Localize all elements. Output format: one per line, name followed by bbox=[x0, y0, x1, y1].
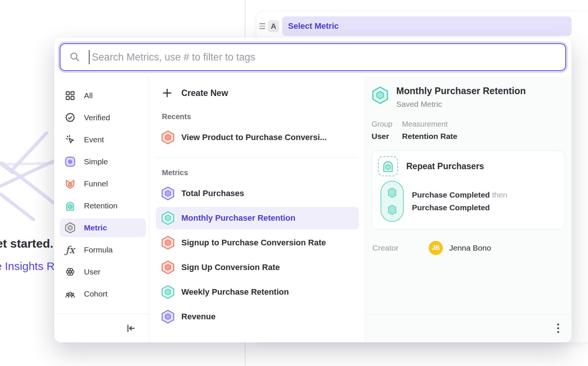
sidebar-item-label: Simple bbox=[84, 157, 108, 166]
metric-item-signup-to-purchase-conversion-rate[interactable]: Signup to Purchase Conversion Rate bbox=[156, 232, 359, 254]
text-caret bbox=[89, 50, 90, 64]
list-divider bbox=[157, 158, 358, 158]
detail-footer bbox=[365, 314, 572, 342]
creator-row: Creator JB Jenna Bono bbox=[372, 241, 565, 255]
select-metric-button[interactable]: Select Metric bbox=[282, 16, 572, 36]
detail-subtitle: Saved Metric bbox=[396, 100, 526, 109]
group-value: User bbox=[372, 132, 392, 141]
metric-item-monthly-purchaser-retention[interactable]: Monthly Purchaser Retention bbox=[156, 207, 359, 229]
simple-metric-hexagon-icon bbox=[161, 310, 175, 324]
funnel-metric-hexagon-icon bbox=[161, 236, 175, 250]
metric-hexagon-icon bbox=[65, 222, 76, 233]
simple-metric-hexagon-icon bbox=[161, 186, 175, 201]
sidebar-item-funnel[interactable]: Funnel bbox=[60, 174, 146, 193]
metric-item-label: Monthly Purchaser Retention bbox=[181, 213, 295, 223]
sidebar-item-verified[interactable]: Verified bbox=[60, 108, 146, 127]
sidebar-item-label: Event bbox=[84, 135, 104, 144]
sidebar-item-label: Metric bbox=[84, 223, 107, 232]
measurement-meta: Measurement Retention Rate bbox=[402, 120, 457, 141]
retention-arch-icon bbox=[65, 200, 76, 211]
sidebar-footer bbox=[54, 314, 149, 342]
more-options-kebab-icon[interactable] bbox=[557, 323, 560, 334]
sidebar-item-cohort[interactable]: Cohort bbox=[60, 285, 146, 303]
metric-item-label: View Product to Purchase Conversi... bbox=[181, 133, 327, 142]
sidebar-item-formula[interactable]: ƒx Formula bbox=[60, 241, 146, 259]
sidebar-item-label: Funnel bbox=[84, 179, 108, 188]
background-cutoff-heading: et started. bbox=[0, 237, 53, 251]
retention-metric-hexagon-icon bbox=[161, 285, 175, 299]
funnel-metric-hexagon-icon bbox=[161, 260, 175, 274]
cursor-click-icon bbox=[65, 134, 76, 145]
funnel-step-2: Purchase Completed bbox=[412, 203, 507, 212]
sidebar-item-label: Cohort bbox=[84, 289, 107, 298]
metric-block-badge: A bbox=[268, 20, 279, 32]
type-filter-sidebar: All Verified bbox=[54, 77, 149, 342]
search-box[interactable] bbox=[60, 43, 566, 71]
sidebar-item-label: User bbox=[84, 267, 100, 276]
sidebar-item-simple[interactable]: Simple bbox=[60, 152, 146, 171]
metric-item-weekly-purchase-retention[interactable]: Weekly Purchase Retention bbox=[156, 281, 359, 303]
detail-title: Monthly Purchaser Retention bbox=[396, 86, 526, 96]
measurement-label: Measurement bbox=[402, 120, 457, 128]
metric-detail-panel: Monthly Purchaser Retention Saved Metric… bbox=[365, 77, 572, 342]
metric-item-view-product-to-purchase[interactable]: View Product to Purchase Conversi... bbox=[156, 126, 359, 149]
metric-item-label: Total Purchases bbox=[181, 189, 244, 198]
repeat-purchasers-title: Repeat Purchasers bbox=[406, 161, 484, 171]
user-flower-icon bbox=[65, 266, 76, 277]
sidebar-item-label: All bbox=[84, 91, 93, 100]
background-insights-link[interactable]: e Insights Re bbox=[0, 260, 61, 273]
funnel-icon bbox=[65, 178, 76, 189]
funnel-steps-capsule bbox=[381, 181, 404, 222]
sidebar-item-user[interactable]: User bbox=[60, 263, 146, 281]
recents-header: Recents bbox=[162, 112, 359, 121]
funnel-metric-hexagon-icon bbox=[161, 130, 175, 145]
cohort-people-icon bbox=[65, 288, 76, 300]
sidebar-item-all[interactable]: All bbox=[60, 86, 146, 105]
create-new-label: Create New bbox=[181, 88, 228, 98]
creator-label: Creator bbox=[372, 244, 429, 252]
metric-item-total-purchases[interactable]: Total Purchases bbox=[156, 182, 359, 205]
step-connector: then bbox=[492, 190, 507, 199]
plus-icon bbox=[162, 88, 172, 98]
metric-picker-modal: All Verified bbox=[54, 37, 572, 342]
sidebar-item-label: Verified bbox=[84, 113, 110, 122]
retention-metric-hexagon-icon bbox=[372, 86, 389, 104]
select-metric-label: Select Metric bbox=[288, 21, 339, 31]
repeat-purchasers-card: Repeat Purchasers bbox=[372, 151, 565, 230]
metric-item-sign-up-conversion-rate[interactable]: Sign Up Conversion Rate bbox=[156, 256, 359, 279]
drag-handle-icon[interactable] bbox=[258, 23, 268, 29]
measurement-value: Retention Rate bbox=[402, 132, 457, 141]
search-input[interactable] bbox=[92, 52, 556, 63]
simple-hexagon-icon bbox=[65, 156, 76, 167]
sidebar-item-event[interactable]: Event bbox=[60, 130, 146, 149]
search-icon bbox=[69, 52, 81, 63]
metric-item-label: Sign Up Conversion Rate bbox=[181, 263, 280, 272]
collapse-sidebar-icon[interactable] bbox=[126, 323, 136, 334]
metrics-header: Metrics bbox=[162, 168, 359, 177]
search-area bbox=[54, 37, 572, 77]
metric-item-label: Weekly Purchase Retention bbox=[181, 287, 289, 297]
metric-item-revenue[interactable]: Revenue bbox=[156, 305, 359, 328]
sidebar-item-metric[interactable]: Metric bbox=[60, 218, 146, 237]
sidebar-item-label: Formula bbox=[84, 245, 113, 254]
retention-metric-hexagon-icon bbox=[161, 211, 175, 225]
group-meta: Group User bbox=[372, 120, 392, 141]
creator-avatar: JB bbox=[429, 241, 443, 255]
metric-list-column: Create New Recents View Product to Purch… bbox=[149, 77, 365, 342]
step-hexagon-icon bbox=[387, 187, 398, 199]
sidebar-item-retention[interactable]: Retention bbox=[60, 196, 146, 215]
repeat-purchasers-icon bbox=[378, 156, 398, 176]
step-hexagon-icon bbox=[387, 204, 398, 216]
grid-icon bbox=[65, 90, 76, 101]
creator-name: Jenna Bono bbox=[449, 244, 491, 252]
create-new-button[interactable]: Create New bbox=[156, 84, 359, 102]
verified-badge-icon bbox=[65, 112, 76, 123]
group-label: Group bbox=[372, 120, 392, 128]
formula-fx-icon: ƒx bbox=[65, 244, 76, 255]
metric-item-label: Revenue bbox=[181, 312, 216, 322]
funnel-step-1: Purchase Completed then bbox=[412, 190, 507, 199]
sidebar-item-label: Retention bbox=[84, 201, 118, 210]
metric-item-label: Signup to Purchase Conversion Rate bbox=[181, 238, 326, 248]
